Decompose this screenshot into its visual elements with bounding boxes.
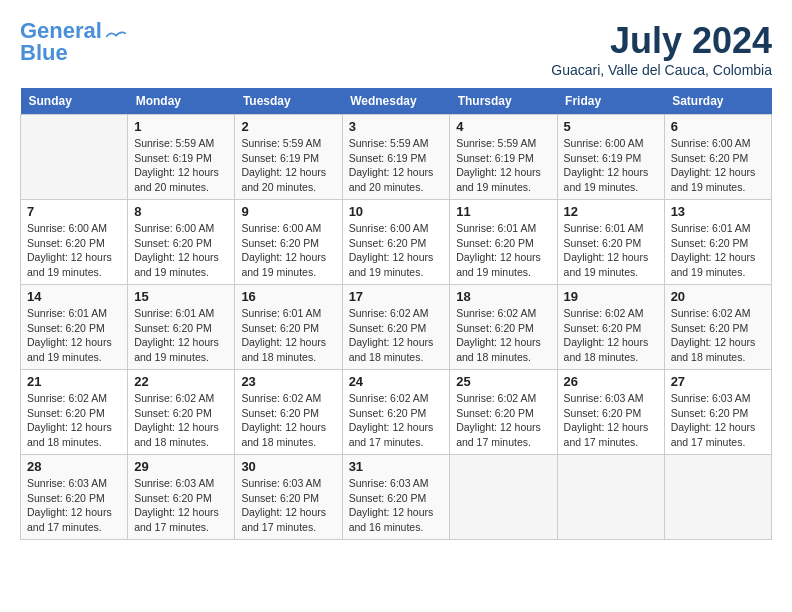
day-info: Sunrise: 6:00 AM Sunset: 6:19 PM Dayligh…	[564, 136, 658, 195]
day-info: Sunrise: 6:02 AM Sunset: 6:20 PM Dayligh…	[134, 391, 228, 450]
day-info: Sunrise: 6:00 AM Sunset: 6:20 PM Dayligh…	[241, 221, 335, 280]
calendar-day-cell: 8Sunrise: 6:00 AM Sunset: 6:20 PM Daylig…	[128, 200, 235, 285]
day-info: Sunrise: 6:01 AM Sunset: 6:20 PM Dayligh…	[456, 221, 550, 280]
calendar-day-cell: 3Sunrise: 5:59 AM Sunset: 6:19 PM Daylig…	[342, 115, 450, 200]
calendar-week-row: 28Sunrise: 6:03 AM Sunset: 6:20 PM Dayli…	[21, 455, 772, 540]
calendar-day-cell: 12Sunrise: 6:01 AM Sunset: 6:20 PM Dayli…	[557, 200, 664, 285]
calendar-day-cell: 29Sunrise: 6:03 AM Sunset: 6:20 PM Dayli…	[128, 455, 235, 540]
calendar-day-cell: 19Sunrise: 6:02 AM Sunset: 6:20 PM Dayli…	[557, 285, 664, 370]
day-number: 11	[456, 204, 550, 219]
calendar-day-cell	[557, 455, 664, 540]
weekday-header-wednesday: Wednesday	[342, 88, 450, 115]
day-info: Sunrise: 6:02 AM Sunset: 6:20 PM Dayligh…	[671, 306, 765, 365]
day-info: Sunrise: 6:03 AM Sunset: 6:20 PM Dayligh…	[134, 476, 228, 535]
day-info: Sunrise: 6:01 AM Sunset: 6:20 PM Dayligh…	[27, 306, 121, 365]
calendar-day-cell: 23Sunrise: 6:02 AM Sunset: 6:20 PM Dayli…	[235, 370, 342, 455]
weekday-header-row: SundayMondayTuesdayWednesdayThursdayFrid…	[21, 88, 772, 115]
day-number: 7	[27, 204, 121, 219]
day-info: Sunrise: 6:01 AM Sunset: 6:20 PM Dayligh…	[241, 306, 335, 365]
title-area: July 2024 Guacari, Valle del Cauca, Colo…	[551, 20, 772, 78]
day-number: 20	[671, 289, 765, 304]
calendar-day-cell	[664, 455, 771, 540]
day-number: 21	[27, 374, 121, 389]
calendar-day-cell: 21Sunrise: 6:02 AM Sunset: 6:20 PM Dayli…	[21, 370, 128, 455]
calendar-day-cell: 6Sunrise: 6:00 AM Sunset: 6:20 PM Daylig…	[664, 115, 771, 200]
calendar-day-cell: 31Sunrise: 6:03 AM Sunset: 6:20 PM Dayli…	[342, 455, 450, 540]
day-info: Sunrise: 6:02 AM Sunset: 6:20 PM Dayligh…	[456, 306, 550, 365]
calendar-day-cell: 10Sunrise: 6:00 AM Sunset: 6:20 PM Dayli…	[342, 200, 450, 285]
calendar-week-row: 7Sunrise: 6:00 AM Sunset: 6:20 PM Daylig…	[21, 200, 772, 285]
day-info: Sunrise: 6:00 AM Sunset: 6:20 PM Dayligh…	[349, 221, 444, 280]
calendar-day-cell	[21, 115, 128, 200]
calendar-body: 1Sunrise: 5:59 AM Sunset: 6:19 PM Daylig…	[21, 115, 772, 540]
calendar-day-cell: 18Sunrise: 6:02 AM Sunset: 6:20 PM Dayli…	[450, 285, 557, 370]
day-info: Sunrise: 6:03 AM Sunset: 6:20 PM Dayligh…	[564, 391, 658, 450]
day-number: 12	[564, 204, 658, 219]
day-number: 10	[349, 204, 444, 219]
day-info: Sunrise: 6:02 AM Sunset: 6:20 PM Dayligh…	[456, 391, 550, 450]
calendar-day-cell: 1Sunrise: 5:59 AM Sunset: 6:19 PM Daylig…	[128, 115, 235, 200]
day-number: 27	[671, 374, 765, 389]
day-number: 29	[134, 459, 228, 474]
day-info: Sunrise: 5:59 AM Sunset: 6:19 PM Dayligh…	[241, 136, 335, 195]
day-number: 8	[134, 204, 228, 219]
calendar-day-cell: 27Sunrise: 6:03 AM Sunset: 6:20 PM Dayli…	[664, 370, 771, 455]
day-info: Sunrise: 6:02 AM Sunset: 6:20 PM Dayligh…	[564, 306, 658, 365]
calendar-day-cell: 9Sunrise: 6:00 AM Sunset: 6:20 PM Daylig…	[235, 200, 342, 285]
day-number: 19	[564, 289, 658, 304]
calendar-day-cell: 4Sunrise: 5:59 AM Sunset: 6:19 PM Daylig…	[450, 115, 557, 200]
day-info: Sunrise: 6:02 AM Sunset: 6:20 PM Dayligh…	[349, 391, 444, 450]
calendar-day-cell: 20Sunrise: 6:02 AM Sunset: 6:20 PM Dayli…	[664, 285, 771, 370]
day-info: Sunrise: 5:59 AM Sunset: 6:19 PM Dayligh…	[134, 136, 228, 195]
day-info: Sunrise: 6:03 AM Sunset: 6:20 PM Dayligh…	[671, 391, 765, 450]
calendar-day-cell: 15Sunrise: 6:01 AM Sunset: 6:20 PM Dayli…	[128, 285, 235, 370]
day-info: Sunrise: 6:01 AM Sunset: 6:20 PM Dayligh…	[134, 306, 228, 365]
day-number: 16	[241, 289, 335, 304]
day-number: 18	[456, 289, 550, 304]
calendar-day-cell: 30Sunrise: 6:03 AM Sunset: 6:20 PM Dayli…	[235, 455, 342, 540]
day-number: 9	[241, 204, 335, 219]
day-number: 4	[456, 119, 550, 134]
day-info: Sunrise: 6:03 AM Sunset: 6:20 PM Dayligh…	[349, 476, 444, 535]
calendar-header: SundayMondayTuesdayWednesdayThursdayFrid…	[21, 88, 772, 115]
weekday-header-tuesday: Tuesday	[235, 88, 342, 115]
calendar-table: SundayMondayTuesdayWednesdayThursdayFrid…	[20, 88, 772, 540]
calendar-day-cell: 22Sunrise: 6:02 AM Sunset: 6:20 PM Dayli…	[128, 370, 235, 455]
location-title: Guacari, Valle del Cauca, Colombia	[551, 62, 772, 78]
day-number: 26	[564, 374, 658, 389]
calendar-week-row: 1Sunrise: 5:59 AM Sunset: 6:19 PM Daylig…	[21, 115, 772, 200]
calendar-day-cell	[450, 455, 557, 540]
weekday-header-monday: Monday	[128, 88, 235, 115]
calendar-day-cell: 25Sunrise: 6:02 AM Sunset: 6:20 PM Dayli…	[450, 370, 557, 455]
calendar-day-cell: 5Sunrise: 6:00 AM Sunset: 6:19 PM Daylig…	[557, 115, 664, 200]
day-info: Sunrise: 6:00 AM Sunset: 6:20 PM Dayligh…	[134, 221, 228, 280]
weekday-header-saturday: Saturday	[664, 88, 771, 115]
day-number: 15	[134, 289, 228, 304]
day-number: 13	[671, 204, 765, 219]
day-info: Sunrise: 6:02 AM Sunset: 6:20 PM Dayligh…	[27, 391, 121, 450]
calendar-week-row: 21Sunrise: 6:02 AM Sunset: 6:20 PM Dayli…	[21, 370, 772, 455]
weekday-header-sunday: Sunday	[21, 88, 128, 115]
day-info: Sunrise: 6:01 AM Sunset: 6:20 PM Dayligh…	[671, 221, 765, 280]
day-info: Sunrise: 5:59 AM Sunset: 6:19 PM Dayligh…	[456, 136, 550, 195]
day-info: Sunrise: 6:02 AM Sunset: 6:20 PM Dayligh…	[241, 391, 335, 450]
month-title: July 2024	[551, 20, 772, 62]
calendar-day-cell: 7Sunrise: 6:00 AM Sunset: 6:20 PM Daylig…	[21, 200, 128, 285]
day-number: 23	[241, 374, 335, 389]
day-number: 24	[349, 374, 444, 389]
logo-bird-icon	[106, 30, 126, 44]
day-number: 22	[134, 374, 228, 389]
calendar-day-cell: 2Sunrise: 5:59 AM Sunset: 6:19 PM Daylig…	[235, 115, 342, 200]
day-info: Sunrise: 5:59 AM Sunset: 6:19 PM Dayligh…	[349, 136, 444, 195]
day-number: 14	[27, 289, 121, 304]
weekday-header-thursday: Thursday	[450, 88, 557, 115]
calendar-day-cell: 24Sunrise: 6:02 AM Sunset: 6:20 PM Dayli…	[342, 370, 450, 455]
calendar-week-row: 14Sunrise: 6:01 AM Sunset: 6:20 PM Dayli…	[21, 285, 772, 370]
day-number: 5	[564, 119, 658, 134]
calendar-day-cell: 13Sunrise: 6:01 AM Sunset: 6:20 PM Dayli…	[664, 200, 771, 285]
calendar-day-cell: 28Sunrise: 6:03 AM Sunset: 6:20 PM Dayli…	[21, 455, 128, 540]
day-info: Sunrise: 6:00 AM Sunset: 6:20 PM Dayligh…	[27, 221, 121, 280]
logo-text: GeneralBlue	[20, 20, 102, 64]
calendar-day-cell: 14Sunrise: 6:01 AM Sunset: 6:20 PM Dayli…	[21, 285, 128, 370]
logo: GeneralBlue	[20, 20, 126, 64]
